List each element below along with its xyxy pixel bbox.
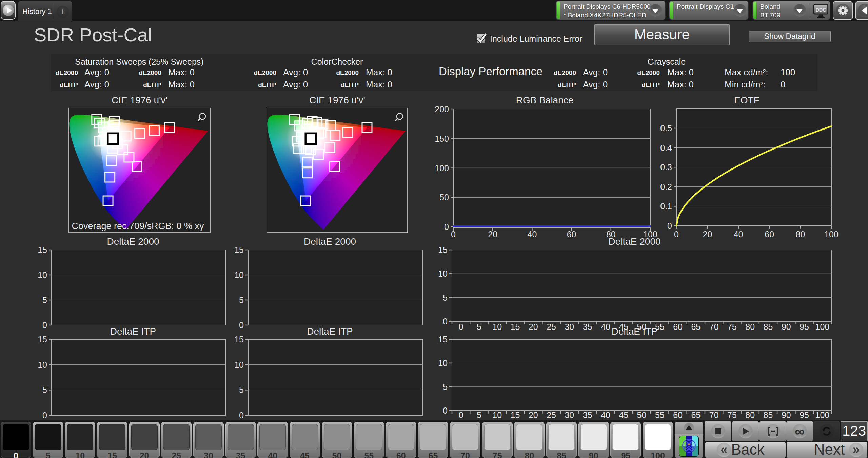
stop-button[interactable] [705,421,731,441]
session-play-button[interactable] [1,1,16,20]
pattern-level-button-65[interactable]: 65 [418,422,448,458]
loop-continuous-button[interactable]: ∞ [786,421,813,441]
level-label: 85 [546,451,577,458]
y-tick-label: 0.3 [660,162,672,172]
metric-label: dEITP [558,81,576,89]
y-tick-label: 0.1 [660,201,672,211]
settings-button[interactable] [833,1,853,20]
x-tick-label: 40 [527,230,537,239]
back-button[interactable]: « Back [705,442,786,458]
refresh-button[interactable] [813,421,840,441]
pattern-level-button-70[interactable]: 70 [450,422,480,458]
metric-value: Avg: 0 [283,79,308,90]
x-tick-label: 20 [703,230,712,239]
pattern-level-button-90[interactable]: 90 [578,422,609,458]
gray-swatch [131,424,158,450]
pattern-level-button-40[interactable]: 40 [257,422,288,458]
gray-swatch [548,424,575,450]
display-name: Boland [760,3,780,11]
level-label: 15 [97,451,127,458]
y-tick-label: 0 [443,406,448,415]
pattern-level-button-50[interactable]: 50 [322,422,352,458]
display-dropdown[interactable]: Boland BT.709 DDC [753,1,830,20]
level-label: 25 [161,451,192,458]
x-tick-label: 5 [477,410,481,420]
page-title: SDR Post-Cal [34,24,152,46]
include-luminance-error-checkbox[interactable] [476,34,486,43]
luminance-value: 0 [781,79,785,90]
metric-label: dE2000 [55,69,78,77]
pattern-level-button-10[interactable]: 10 [65,422,95,458]
chevron-down-icon[interactable] [649,4,662,17]
level-label: 90 [578,451,609,458]
gray-swatch [388,424,414,450]
x-tick-label: 100 [815,322,829,332]
x-tick-label: 90 [782,410,791,420]
pattern-level-button-95[interactable]: 95 [610,422,641,458]
metric-value: Avg: 0 [84,79,109,90]
x-tick-label: 10 [492,322,502,332]
pattern-level-button-100[interactable]: 100 [643,422,673,458]
level-label: 80 [514,451,545,458]
x-tick-label: 20 [488,230,497,239]
pattern-window-icon [767,427,779,436]
pattern-selector-expand-button[interactable] [675,422,703,434]
pattern-level-button-75[interactable]: 75 [482,422,513,458]
gray-swatch [99,424,125,450]
chart-title: DeltaE ITP [307,326,353,337]
pattern-level-button-45[interactable]: 45 [290,422,320,458]
pattern-thumbnail-button[interactable] [675,434,703,458]
gray-swatch [420,424,446,450]
x-tick-label: 55 [655,410,665,420]
x-tick-label: 0 [674,230,679,239]
pattern-level-button-20[interactable]: 20 [129,422,160,458]
measure-button[interactable]: Measure [594,24,730,45]
meter-dropdown[interactable]: Portrait Displays C6 HDR5000 * Boland X4… [556,1,665,20]
test-pattern-thumbnail [679,436,699,457]
y-tick-label: 150 [435,134,449,143]
tab-history-1[interactable]: History 1 + [18,1,72,21]
chart-title: DeltaE ITP [110,326,156,337]
x-tick-label: 40 [601,410,610,420]
pattern-level-button-5[interactable]: 5 [33,422,63,458]
luminance-label: Max cd/m²: [725,67,768,78]
level-label: 70 [450,451,480,458]
x-tick-label: 80 [745,410,755,420]
source-dropdown[interactable]: Portrait Displays G1 [669,1,748,20]
chevron-up-icon [686,425,692,430]
next-button[interactable]: » Next [787,442,867,458]
y-tick-label: 10 [234,270,244,280]
play-measure-button[interactable] [732,421,759,441]
x-tick-label: 5 [477,322,481,332]
include-luminance-error-label[interactable]: Include Luminance Error [490,34,582,44]
pattern-level-button-35[interactable]: 35 [225,422,256,458]
level-label: 75 [482,451,513,458]
x-tick-label: 60 [673,410,683,420]
gray-swatch [484,424,511,450]
pattern-level-button-25[interactable]: 25 [161,422,192,458]
gray-swatch [259,424,286,450]
gray-swatch [292,424,318,450]
pattern-level-button-30[interactable]: 30 [193,422,224,458]
pattern-level-button-60[interactable]: 60 [386,422,416,458]
meter-name: Portrait Displays C6 HDR5000 [564,3,651,11]
chevron-left-icon [858,4,868,17]
pattern-level-button-15[interactable]: 15 [97,422,127,458]
pattern-level-button-0[interactable]: 0 [1,422,31,458]
collapse-panel-button[interactable] [855,1,868,20]
pattern-level-button-55[interactable]: 55 [354,422,384,458]
chart-title: CIE 1976 u'v' [309,95,365,105]
metric-label: dEITP [60,81,78,89]
gray-swatch [324,424,350,450]
chevron-down-icon[interactable] [734,4,746,17]
ddc-control-button[interactable]: DDC [812,3,829,19]
pattern-window-button[interactable] [760,421,786,441]
add-tab-button[interactable]: + [57,6,69,18]
play-icon [3,5,14,16]
level-label: 45 [290,451,320,458]
source-connected-indicator [670,2,673,19]
pattern-level-button-85[interactable]: 85 [546,422,577,458]
show-datagrid-button[interactable]: Show Datagrid [749,31,831,42]
pattern-level-button-80[interactable]: 80 [514,422,545,458]
chevron-down-icon[interactable] [793,4,806,17]
